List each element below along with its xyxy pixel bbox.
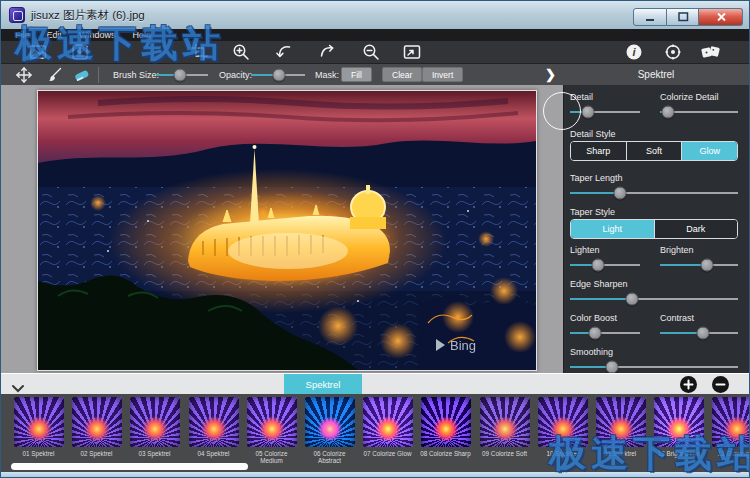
brighten-label: Brighten: [660, 245, 738, 255]
app-icon: [9, 7, 25, 23]
maximize-button[interactable]: [667, 8, 699, 26]
taper-length-slider-group: Taper Length: [570, 173, 738, 194]
title-bar[interactable]: jisuxz 图片素材 (6).jpg: [1, 1, 750, 29]
lighten-slider-group: Lighten: [570, 245, 640, 266]
zoom-in-icon[interactable]: [230, 43, 252, 61]
preset-thumbnail-03[interactable]: 03 Spektrel: [127, 397, 182, 457]
toolbar-separator: [98, 67, 99, 83]
color-boost-slider-group: Color Boost: [570, 313, 640, 334]
preset-preview-image: [654, 397, 704, 447]
preset-preview-image: [247, 397, 297, 447]
contrast-label: Contrast: [660, 313, 738, 323]
tool-options-bar: Brush Size: Opacity: Mask: Fill Clear In…: [1, 63, 750, 85]
fractal-artwork: Bing: [38, 91, 536, 370]
canvas-image[interactable]: Bing: [37, 90, 537, 371]
close-button[interactable]: [699, 8, 743, 26]
app-window: jisuxz 图片素材 (6).jpg File Edit Windows He…: [0, 0, 750, 478]
preset-thumbnail-01[interactable]: 01 Spektrel: [11, 397, 66, 457]
maximize-icon: [675, 9, 691, 25]
preset-preview-image: [130, 397, 180, 447]
menu-file[interactable]: File: [15, 29, 30, 41]
contrast-slider[interactable]: [660, 332, 738, 334]
detail-slider[interactable]: [570, 111, 640, 113]
color-boost-slider[interactable]: [570, 332, 640, 334]
randomize-dice-icon[interactable]: [700, 43, 722, 61]
move-tool-icon[interactable]: [13, 66, 35, 84]
open-image-icon[interactable]: [27, 43, 49, 61]
taper-style-dark[interactable]: Dark: [654, 220, 738, 238]
main-area: Bing Detail Colorize Detail Detail Style…: [1, 85, 750, 373]
smoothing-slider[interactable]: [570, 366, 738, 368]
edge-sharpen-slider-group: Edge Sharpen: [570, 279, 738, 300]
save-export-icon[interactable]: [69, 43, 91, 61]
brighten-slider[interactable]: [660, 264, 738, 266]
colorize-detail-slider[interactable]: [660, 111, 738, 113]
preset-preview-image: [72, 397, 122, 447]
preset-thumbnail-11[interactable]: 11 Spektrel: [593, 397, 648, 457]
taper-style-segment: Light Dark: [570, 219, 738, 239]
undo-icon[interactable]: [273, 43, 295, 61]
preset-thumbnail-02[interactable]: 02 Spektrel: [69, 397, 124, 457]
taper-style-light[interactable]: Light: [571, 220, 654, 238]
preset-thumbnail-09[interactable]: 09 Colorize Soft: [477, 397, 532, 457]
preset-thumbnail-05[interactable]: 05 Colorize Medium: [244, 397, 299, 464]
mask-fill-button[interactable]: Fill: [341, 67, 372, 82]
horizontal-scrollbar[interactable]: [11, 463, 248, 470]
preset-preview-image: [712, 397, 750, 447]
detail-style-sharp[interactable]: Sharp: [571, 142, 626, 160]
menu-windows[interactable]: Windows: [79, 29, 116, 41]
mask-clear-button[interactable]: Clear: [382, 67, 422, 82]
panel-title: Spektrel: [563, 64, 749, 86]
redo-icon[interactable]: [316, 43, 338, 61]
colorize-detail-label: Colorize Detail: [660, 92, 738, 102]
minimize-button[interactable]: [633, 8, 667, 26]
detail-style-label: Detail Style: [570, 129, 616, 139]
preset-thumbnail-06[interactable]: 06 Colorize Abstract: [302, 397, 357, 464]
taper-length-slider[interactable]: [570, 192, 738, 194]
preset-thumbnail-10[interactable]: 10 Spektrel: [535, 397, 590, 457]
preset-preview-image: [363, 397, 413, 447]
detail-style-segment: Sharp Soft Glow: [570, 141, 738, 161]
opacity-label: Opacity:: [219, 64, 252, 86]
settings-panel: Detail Colorize Detail Detail Style Shar…: [563, 85, 750, 373]
detail-style-glow[interactable]: Glow: [681, 142, 737, 160]
preset-preview-image: [480, 397, 530, 447]
smoothing-slider-group: Smoothing: [570, 347, 738, 368]
detail-style-soft[interactable]: Soft: [626, 142, 682, 160]
zoom-out-icon[interactable]: [360, 43, 382, 61]
chevron-right-icon[interactable]: ❯: [545, 67, 556, 82]
brush-tool-icon[interactable]: [43, 66, 65, 84]
preset-category-tab[interactable]: Spektrel: [284, 374, 362, 395]
crop-icon[interactable]: [189, 43, 211, 61]
preset-preview-image: [421, 397, 471, 447]
opacity-slider[interactable]: [251, 74, 305, 76]
preset-thumbnail-08[interactable]: 08 Colorize Sharp: [418, 397, 473, 457]
lighten-slider[interactable]: [570, 264, 640, 266]
smoothing-label: Smoothing: [570, 347, 738, 357]
main-toolbar: i: [1, 41, 750, 63]
mask-invert-button[interactable]: Invert: [422, 67, 463, 82]
add-preset-button[interactable]: [680, 376, 697, 393]
remove-preset-button[interactable]: [712, 376, 729, 393]
preset-thumbnail-07[interactable]: 07 Colorize Glow: [360, 397, 415, 457]
preset-thumbnail-12[interactable]: 12 Bright Glow: [651, 397, 706, 457]
preset-thumbnail-13[interactable]: 13 Glowing Li: [709, 397, 750, 457]
menu-help[interactable]: Help: [133, 29, 152, 41]
taper-style-label: Taper Style: [570, 207, 615, 217]
preset-preview-image: [538, 397, 588, 447]
preset-thumbnail-04[interactable]: 04 Spektrel: [186, 397, 241, 457]
colorize-detail-slider-group: Colorize Detail: [660, 92, 738, 113]
edge-sharpen-label: Edge Sharpen: [570, 279, 738, 289]
preset-bar: Spektrel: [1, 373, 750, 394]
close-icon: [713, 9, 729, 25]
edge-sharpen-slider[interactable]: [570, 298, 738, 300]
fit-view-icon[interactable]: [401, 43, 423, 61]
settings-icon[interactable]: [662, 43, 684, 61]
menu-edit[interactable]: Edit: [47, 29, 63, 41]
window-title: jisuxz 图片素材 (6).jpg: [31, 8, 145, 23]
contrast-slider-group: Contrast: [660, 313, 738, 334]
info-icon[interactable]: i: [623, 43, 645, 61]
preset-preview-image: [305, 397, 355, 447]
eraser-tool-icon-active[interactable]: [71, 66, 93, 84]
brush-size-slider[interactable]: [156, 74, 208, 76]
